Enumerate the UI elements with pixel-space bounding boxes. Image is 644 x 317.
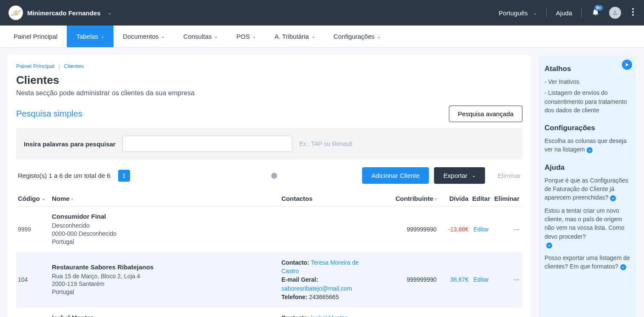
chevron-down-icon: ⌄ bbox=[312, 34, 315, 39]
notification-badge: 9+ bbox=[594, 5, 603, 11]
chevron-down-icon: ⌄ bbox=[214, 34, 218, 39]
col-contactos[interactable]: Contactos bbox=[281, 195, 364, 202]
cell-addr: Rua 15 de Março, Bloco 2, Loja 4 bbox=[52, 272, 153, 280]
toolbar: Registo(s) 1 a 6 de um total de 6 1 Adic… bbox=[16, 167, 522, 184]
breadcrumb-home[interactable]: Painel Principal bbox=[16, 63, 54, 69]
advanced-search-button[interactable]: Pesquisa avançada bbox=[449, 106, 522, 122]
records-text: Registo(s) 1 a 6 de um total de 6 bbox=[18, 172, 111, 179]
email-link[interactable]: saboresribatejo@mail.com bbox=[281, 285, 352, 292]
language-selector[interactable]: Português ⌄ bbox=[499, 9, 536, 17]
nav-config[interactable]: Configurações⌄ bbox=[324, 26, 390, 47]
col-contribuinte[interactable]: Contribuinte› bbox=[364, 195, 437, 202]
nav-consultas[interactable]: Consultas⌄ bbox=[174, 26, 227, 47]
svg-point-0 bbox=[632, 8, 634, 10]
table-row: 103 Isabel Montez Rua Alexandre Lobo Con… bbox=[16, 308, 522, 317]
nav-documentos[interactable]: Documentos⌄ bbox=[113, 26, 174, 47]
company-selector[interactable]: 🪐 Minimercado Fernandes ⌄ bbox=[9, 6, 111, 20]
page-button-1[interactable]: 1 bbox=[118, 170, 130, 182]
help-faq-item[interactable]: Porque é que as Configurações de Faturaç… bbox=[545, 176, 630, 202]
col-divida[interactable]: Dívida bbox=[437, 195, 468, 202]
nav-at[interactable]: A. Tributária⌄ bbox=[265, 26, 324, 47]
side-panel: Atalhos - Ver Inativos - Listagem de env… bbox=[539, 55, 636, 317]
chevron-down-icon: ⌄ bbox=[472, 173, 476, 178]
export-button[interactable]: Exportar⌄ bbox=[434, 167, 485, 184]
main-panel: Painel Principal | Clientes Clientes Nes… bbox=[8, 55, 531, 317]
nav-painel[interactable]: Painel Principal bbox=[4, 26, 67, 47]
chevron-down-icon: ⌄ bbox=[161, 34, 165, 39]
chevron-right-icon: › bbox=[71, 196, 73, 201]
side-heading-config: Configurações bbox=[545, 124, 630, 132]
edit-link[interactable]: Editar bbox=[474, 226, 489, 233]
cell-codigo: 104 bbox=[18, 276, 52, 283]
eliminate-link[interactable]: Eliminar bbox=[498, 172, 521, 179]
cell-eliminar: --- bbox=[513, 276, 519, 283]
svg-point-1 bbox=[632, 11, 634, 13]
side-heading-ajuda: Ajuda bbox=[545, 163, 630, 172]
divider bbox=[582, 8, 582, 17]
help-faq-item[interactable]: Estou a tentar criar um novo cliente, ma… bbox=[545, 206, 630, 249]
plus-icon[interactable]: + bbox=[610, 195, 616, 201]
user-icon bbox=[612, 9, 618, 16]
cell-nome: Consumidor Final bbox=[52, 213, 116, 220]
table-row: 9999 Consumidor Final Desconhecido 0000-… bbox=[16, 207, 522, 252]
cell-contactos: Contacto: Teresa Moreira de Castro E-mai… bbox=[281, 258, 364, 301]
svg-point-2 bbox=[632, 14, 634, 16]
breadcrumb: Painel Principal | Clientes bbox=[16, 63, 522, 69]
col-codigo[interactable]: Código⌄ bbox=[18, 195, 52, 202]
search-label: Insira palavras para pesquisar bbox=[24, 140, 116, 148]
cell-addr: 0000-000 Desconhecido bbox=[52, 230, 116, 238]
plus-icon[interactable]: + bbox=[587, 147, 593, 153]
col-nome[interactable]: Nome› bbox=[52, 195, 281, 202]
add-client-button[interactable]: Adicionar Cliente bbox=[362, 167, 429, 184]
cell-eliminar: --- bbox=[513, 226, 519, 233]
company-name: Minimercado Fernandes bbox=[27, 9, 101, 17]
loading-indicator-icon bbox=[271, 173, 277, 179]
col-editar: Editar bbox=[468, 195, 494, 202]
search-box: Insira palavras para pesquisar Ex.: TAP … bbox=[16, 128, 522, 160]
plus-icon[interactable]: + bbox=[546, 243, 552, 248]
topbar: 🪐 Minimercado Fernandes ⌄ Português ⌄ Aj… bbox=[0, 0, 644, 26]
side-heading-atalhos: Atalhos bbox=[545, 65, 630, 73]
help-link[interactable]: Ajuda bbox=[556, 9, 572, 17]
page-subtitle: Nesta secção pode administrar os cliente… bbox=[16, 89, 522, 97]
plus-icon[interactable]: + bbox=[620, 264, 626, 270]
shortcut-inativos[interactable]: - Ver Inativos bbox=[545, 77, 630, 86]
page-title: Clientes bbox=[16, 74, 522, 87]
play-button[interactable] bbox=[622, 60, 632, 70]
nav-pos[interactable]: POS⌄ bbox=[227, 26, 265, 47]
main-nav: Painel Principal Tabelas⌄ Documentos⌄ Co… bbox=[0, 26, 644, 48]
chevron-down-icon: ⌄ bbox=[533, 10, 537, 16]
config-columns-link[interactable]: Escolha as colunas que deseja ver na lis… bbox=[545, 137, 630, 154]
cell-codigo: 9999 bbox=[18, 226, 52, 233]
chevron-down-icon: ⌄ bbox=[42, 196, 45, 201]
language-label: Português bbox=[499, 9, 528, 17]
logo-icon: 🪐 bbox=[9, 6, 23, 20]
dots-vertical-icon bbox=[632, 8, 634, 16]
edit-link[interactable]: Editar bbox=[474, 276, 489, 283]
cell-contribuinte: 999999990 bbox=[364, 226, 437, 233]
cell-addr: Portugal bbox=[52, 238, 116, 246]
cell-addr: Portugal bbox=[52, 288, 153, 296]
cell-contribuinte: 999999990 bbox=[364, 276, 437, 283]
user-avatar[interactable] bbox=[609, 7, 621, 19]
table-row: 104 Restaurante Sabores Ribatejanos Rua … bbox=[16, 252, 522, 308]
cell-addr: 2000-119 Santarém bbox=[52, 280, 153, 288]
chevron-down-icon: ⌄ bbox=[252, 34, 256, 39]
chevron-down-icon: ⌄ bbox=[377, 34, 380, 39]
search-hint: Ex.: TAP ou Renault bbox=[299, 140, 352, 147]
col-eliminar: Eliminar bbox=[494, 195, 519, 202]
cell-divida: 38,67€ bbox=[437, 276, 468, 283]
cell-nome: Restaurante Sabores Ribatejanos bbox=[52, 263, 153, 271]
shortcut-listagem[interactable]: - Listagem de envios do consentimento pa… bbox=[545, 89, 630, 114]
breadcrumb-current[interactable]: Clientes bbox=[64, 63, 84, 69]
cell-addr: Desconhecido bbox=[52, 222, 116, 230]
simple-search-label[interactable]: Pesquisa simples bbox=[16, 109, 82, 119]
nav-tabelas[interactable]: Tabelas⌄ bbox=[67, 26, 113, 47]
chevron-down-icon: ⌄ bbox=[108, 10, 111, 16]
contact-name-link[interactable]: Isabel Montez bbox=[311, 314, 348, 317]
help-faq-item[interactable]: Posso exportar uma listagem de clientes?… bbox=[545, 254, 630, 271]
more-menu-button[interactable] bbox=[630, 6, 635, 19]
notifications-button[interactable]: 9+ bbox=[591, 8, 600, 18]
search-input[interactable] bbox=[122, 136, 292, 152]
cell-nome: Isabel Montez bbox=[52, 314, 106, 317]
